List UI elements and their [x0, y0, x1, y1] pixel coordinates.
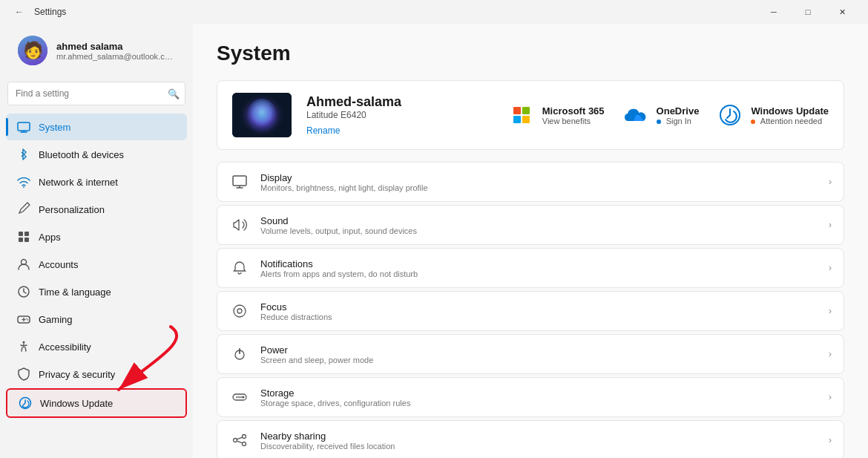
- apps-icon: [16, 229, 31, 244]
- svg-point-28: [237, 309, 242, 313]
- window-controls: ─ □ ✕: [757, 0, 859, 24]
- settings-label-display: Display: [260, 172, 818, 183]
- search-input[interactable]: [7, 82, 185, 105]
- settings-desc-notifications: Alerts from apps and system, do not dist…: [260, 269, 818, 278]
- sidebar-nav: System Bluetooth & devices: [0, 113, 193, 419]
- settings-item-power[interactable]: Power Screen and sleep, power mode ›: [217, 334, 844, 374]
- system-icon: [16, 120, 31, 134]
- quick-action-winupdate[interactable]: Windows Update Attention needed: [717, 102, 829, 128]
- focus-icon: [229, 301, 250, 321]
- settings-item-sound[interactable]: Sound Volume levels, output, input, soun…: [217, 205, 844, 245]
- svg-point-13: [26, 318, 27, 320]
- qa-sublabel-winupdate: Attention needed: [751, 117, 829, 125]
- svg-rect-0: [18, 122, 30, 131]
- settings-text-focus: Focus Reduce distractions: [260, 301, 818, 321]
- settings-item-nearby[interactable]: Nearby sharing Discoverability, received…: [217, 420, 844, 458]
- settings-desc-storage: Storage space, drives, configuration rul…: [260, 399, 818, 408]
- gaming-icon: [16, 312, 31, 327]
- settings-item-display[interactable]: Display Monitors, brightness, night ligh…: [217, 162, 844, 202]
- settings-desc-focus: Reduce distractions: [260, 313, 818, 321]
- settings-item-storage[interactable]: Storage Storage space, drives, configura…: [217, 377, 844, 417]
- chevron-nearby: ›: [829, 435, 832, 445]
- app-title: Settings: [34, 7, 757, 17]
- sidebar-item-accessibility[interactable]: Accessibility: [6, 333, 187, 360]
- sidebar-item-label-time: Time & language: [39, 287, 111, 298]
- sidebar-item-bluetooth[interactable]: Bluetooth & devices: [6, 141, 187, 168]
- svg-point-35: [243, 435, 246, 439]
- device-name: Ahmed-salama: [306, 94, 493, 110]
- quick-actions: Microsoft 365 View benefits OneDrive: [508, 102, 829, 128]
- sidebar-item-privacy[interactable]: Privacy & security: [6, 361, 187, 387]
- sidebar-wrapper: 🧑 ahmed salama mr.ahmed_salama@outlook.c…: [0, 24, 193, 458]
- svg-point-22: [247, 99, 277, 131]
- qa-sublabel-onedrive: Sign In: [657, 117, 700, 125]
- quick-action-ms365[interactable]: Microsoft 365 View benefits: [508, 102, 605, 128]
- back-button[interactable]: ←: [9, 1, 30, 22]
- qa-text-winupdate: Windows Update Attention needed: [751, 105, 829, 125]
- main-content: System: [193, 24, 868, 458]
- settings-desc-power: Screen and sleep, power mode: [260, 356, 818, 364]
- user-profile[interactable]: 🧑 ahmed salama mr.ahmed_salama@outlook.c…: [6, 27, 187, 74]
- winupdate-quick-icon: [717, 102, 743, 128]
- ms365-sq-y: [522, 116, 530, 123]
- privacy-icon: [16, 367, 31, 382]
- qa-text-onedrive: OneDrive Sign In: [657, 105, 700, 125]
- settings-desc-display: Monitors, brightness, night light, displ…: [260, 183, 818, 192]
- sidebar-item-gaming[interactable]: Gaming: [6, 306, 187, 333]
- settings-item-focus[interactable]: Focus Reduce distractions ›: [217, 291, 844, 331]
- windows-wallpaper-icon: [232, 93, 292, 137]
- app-body: 🧑 ahmed salama mr.ahmed_salama@outlook.c…: [0, 24, 868, 458]
- svg-point-34: [234, 439, 237, 442]
- svg-point-15: [23, 341, 25, 344]
- svg-rect-6: [19, 238, 23, 242]
- minimize-button[interactable]: ─: [757, 0, 791, 24]
- sidebar-item-windows-update[interactable]: Windows Update: [6, 388, 187, 418]
- close-button[interactable]: ✕: [825, 0, 859, 24]
- bluetooth-icon: [16, 147, 31, 162]
- accessibility-icon: [16, 339, 31, 354]
- svg-point-14: [27, 319, 29, 321]
- sidebar-item-apps[interactable]: Apps: [6, 223, 187, 250]
- user-name: ahmed salama: [56, 41, 175, 52]
- quick-action-onedrive[interactable]: OneDrive Sign In: [622, 102, 700, 128]
- onedrive-sublabel-text: Sign In: [666, 117, 691, 125]
- sidebar-item-label-gaming: Gaming: [39, 314, 73, 325]
- storage-icon: [229, 387, 250, 408]
- svg-point-33: [243, 396, 245, 399]
- ms365-sq-g: [522, 107, 530, 114]
- settings-text-power: Power Screen and sleep, power mode: [260, 344, 818, 364]
- rename-link[interactable]: Rename: [306, 125, 340, 136]
- qa-text-ms365: Microsoft 365 View benefits: [542, 105, 605, 125]
- sidebar-item-label-bluetooth: Bluetooth & devices: [39, 149, 124, 160]
- sidebar-item-personalization[interactable]: Personalization: [6, 196, 187, 223]
- qa-sublabel-ms365: View benefits: [542, 117, 605, 125]
- qa-label-winupdate: Windows Update: [751, 105, 829, 117]
- maximize-button[interactable]: □: [791, 0, 825, 24]
- chevron-display: ›: [829, 177, 832, 187]
- settings-item-notifications[interactable]: Notifications Alerts from apps and syste…: [217, 248, 844, 288]
- svg-rect-5: [24, 232, 29, 236]
- chevron-storage: ›: [829, 392, 832, 402]
- settings-label-sound: Sound: [260, 215, 818, 226]
- sidebar-item-network[interactable]: Network & internet: [6, 169, 187, 195]
- qa-label-ms365: Microsoft 365: [542, 105, 605, 117]
- notifications-icon: [229, 258, 250, 278]
- settings-desc-sound: Volume levels, output, input, sound devi…: [260, 226, 818, 235]
- sidebar-item-label-accessibility: Accessibility: [39, 341, 91, 353]
- onedrive-status-dot: [657, 120, 661, 124]
- settings-list: Display Monitors, brightness, night ligh…: [217, 162, 844, 458]
- winupdate-sublabel-text: Attention needed: [760, 117, 822, 125]
- sidebar-item-system[interactable]: System: [6, 114, 187, 140]
- sidebar-item-time[interactable]: Time & language: [6, 278, 187, 305]
- user-info: ahmed salama mr.ahmed_salama@outlook.com: [56, 41, 175, 61]
- sidebar-item-accounts[interactable]: Accounts: [6, 251, 187, 278]
- display-icon: [229, 171, 250, 192]
- chevron-power: ›: [829, 349, 832, 359]
- settings-label-power: Power: [260, 344, 818, 356]
- sound-icon: [229, 215, 250, 235]
- svg-point-36: [243, 442, 246, 446]
- svg-point-27: [234, 305, 246, 317]
- power-icon: [229, 344, 250, 364]
- sidebar-item-label-privacy: Privacy & security: [39, 369, 115, 380]
- chevron-notifications: ›: [829, 263, 832, 273]
